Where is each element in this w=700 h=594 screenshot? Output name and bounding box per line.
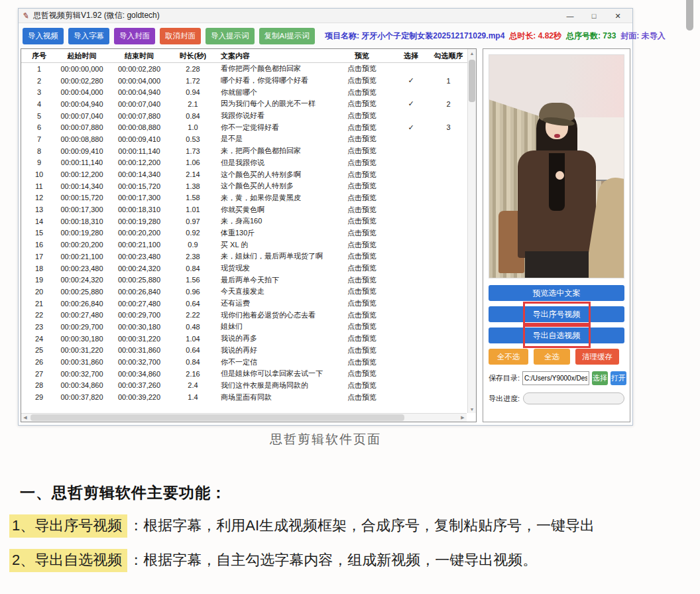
table-header-row: 序号起始时间结束时间时长(秒)文案内容预览选择勾选顺序 bbox=[21, 49, 476, 63]
table-row[interactable]: 1100:00:14,34000:00:15,7201.38这个颜色买的人特别多… bbox=[21, 180, 467, 192]
cancel-cover-button[interactable]: 取消封面 bbox=[160, 28, 201, 44]
table-row[interactable]: 100:00:00,00000:00:02,2802.28看你把两个颜色都拍回家… bbox=[21, 63, 467, 75]
maximize-button[interactable]: □ bbox=[582, 9, 606, 23]
cell-index: 24 bbox=[21, 335, 57, 343]
table-row[interactable]: 1700:00:21,10000:00:23,4802.38来，姐妹们，最后两单… bbox=[21, 251, 467, 263]
vertical-scroll-thumb[interactable] bbox=[469, 60, 475, 102]
table-row[interactable]: 900:00:11,14000:00:12,2001.06但是我跟你说点击预览 bbox=[21, 157, 467, 169]
preview-selected-text-button[interactable]: 预览选中文案 bbox=[489, 285, 624, 301]
table-row[interactable]: 1600:00:20,20000:00:21,1000.9买 XL 的点击预览 bbox=[21, 239, 467, 251]
preview-link[interactable]: 点击预览 bbox=[332, 263, 392, 273]
table-row[interactable]: 1300:00:17,30000:00:18,3101.01你就买黄色啊点击预览 bbox=[21, 204, 467, 215]
select-all-button[interactable]: 全选 bbox=[534, 349, 570, 365]
preview-link[interactable]: 点击预览 bbox=[332, 193, 392, 203]
table-row[interactable]: 1400:00:18,31000:00:19,2800.97来，身高160点击预… bbox=[21, 215, 467, 227]
table-row[interactable]: 2300:00:29,70000:00:30,1800.48姐妹们点击预览 bbox=[21, 321, 467, 333]
preview-link[interactable]: 点击预览 bbox=[332, 181, 392, 191]
table-row[interactable]: 200:00:02,28000:00:04,0001.72哪个好看，你觉得哪个好… bbox=[21, 75, 467, 87]
table-row[interactable]: 2900:00:37,82000:00:39,2201.4商场里面有同款点击预览 bbox=[21, 391, 467, 403]
cell-start-time: 00:00:09,410 bbox=[57, 147, 107, 155]
table-row[interactable]: 2800:00:34,86000:00:37,2602.4我们这件衣服是商场同款… bbox=[21, 380, 467, 392]
import-cover-button[interactable]: 导入封面 bbox=[114, 28, 155, 44]
preview-link[interactable]: 点击预览 bbox=[332, 310, 392, 320]
figure-caption: 思哲剪辑软件页面 bbox=[18, 431, 633, 448]
close-button[interactable]: ✕ bbox=[606, 9, 630, 23]
video-preview[interactable] bbox=[489, 54, 624, 278]
preview-link[interactable]: 点击预览 bbox=[332, 170, 392, 180]
preview-link[interactable]: 点击预览 bbox=[332, 381, 392, 390]
preview-link[interactable]: 点击预览 bbox=[332, 392, 392, 402]
preview-link[interactable]: 点击预览 bbox=[332, 123, 392, 133]
preview-link[interactable]: 点击预览 bbox=[332, 251, 392, 261]
table-row[interactable]: 2600:00:31,86000:00:32,7000.84你不一定信点击预览 bbox=[21, 356, 467, 368]
table-vertical-scrollbar[interactable]: ▲ ▼ bbox=[467, 49, 476, 413]
table-row[interactable]: 2700:00:32,70000:00:34,8602.16但是姐妹你可以拿回家… bbox=[21, 368, 467, 380]
preview-link[interactable]: 点击预览 bbox=[332, 99, 392, 109]
scroll-right-icon[interactable]: ▶ bbox=[459, 414, 467, 422]
scroll-up-icon[interactable]: ▲ bbox=[468, 49, 476, 57]
preview-link[interactable]: 点击预览 bbox=[332, 298, 392, 308]
cell-duration: 0.84 bbox=[172, 265, 214, 272]
open-directory-button[interactable]: 打开 bbox=[611, 371, 626, 385]
table-row[interactable]: 1800:00:23,48000:00:24,3200.84现货现发点击预览 bbox=[21, 263, 467, 274]
table-row[interactable]: 2100:00:26,84000:00:27,4800.64还有运费点击预览 bbox=[21, 298, 467, 310]
preview-link[interactable]: 点击预览 bbox=[332, 216, 392, 226]
table-row[interactable]: 1000:00:12,20000:00:14,3402.14这个颜色买的人特别多… bbox=[21, 168, 467, 180]
preview-link[interactable]: 点击预览 bbox=[332, 322, 392, 331]
preview-link[interactable]: 点击预览 bbox=[332, 111, 392, 121]
import-prompt-button[interactable]: 导入提示词 bbox=[205, 28, 255, 44]
cell-index: 23 bbox=[21, 323, 57, 331]
preview-link[interactable]: 点击预览 bbox=[332, 357, 392, 367]
table-row[interactable]: 400:00:04,94000:00:07,0402.1因为我们每个人的眼光不一… bbox=[21, 98, 467, 110]
table-row[interactable]: 300:00:04,00000:00:04,9400.94你就留哪个点击预览 bbox=[21, 86, 467, 98]
import-video-button[interactable]: 导入视频 bbox=[23, 28, 64, 44]
preview-link[interactable]: 点击预览 bbox=[332, 240, 392, 250]
preview-link[interactable]: 点击预览 bbox=[332, 146, 392, 156]
preview-person-pants bbox=[525, 251, 589, 278]
table-row[interactable]: 2200:00:27,48000:00:29,7002.22现你们抱着必退货的心… bbox=[21, 309, 467, 321]
unselect-all-button[interactable]: 全不选 bbox=[489, 349, 528, 365]
clear-cache-button[interactable]: 清理缓存 bbox=[575, 349, 619, 365]
preview-link[interactable]: 点击预览 bbox=[332, 369, 392, 379]
page-scrollbar[interactable] bbox=[686, 0, 693, 30]
import-subtitle-button[interactable]: 导入字幕 bbox=[68, 28, 109, 44]
table-row[interactable]: 1500:00:19,28000:00:20,2000.92体重130斤点击预览 bbox=[21, 227, 467, 239]
preview-link[interactable]: 点击预览 bbox=[332, 205, 392, 215]
preview-link[interactable]: 点击预览 bbox=[332, 275, 392, 285]
table-row[interactable]: 2400:00:30,18000:00:31,2201.04我说的再多点击预览 bbox=[21, 333, 467, 345]
minimize-button[interactable]: — bbox=[558, 9, 582, 23]
preview-link[interactable]: 点击预览 bbox=[332, 76, 392, 86]
save-directory-input[interactable] bbox=[522, 371, 589, 385]
preview-link[interactable]: 点击预览 bbox=[332, 134, 392, 144]
column-header-2: 起始时间 bbox=[57, 51, 107, 61]
table-row[interactable]: 1900:00:24,32000:00:25,8801.56最后两单今天拍下点击… bbox=[21, 274, 467, 286]
table-row[interactable]: 2500:00:31,22000:00:31,8600.64我说的再好点击预览 bbox=[21, 345, 467, 357]
preview-link[interactable]: 点击预览 bbox=[332, 158, 392, 168]
choose-directory-button[interactable]: 选择 bbox=[592, 371, 608, 385]
horizontal-scroll-thumb[interactable] bbox=[30, 414, 404, 421]
table-row[interactable]: 700:00:08,88000:00:09,4100.53是不是点击预览 bbox=[21, 133, 467, 145]
cell-duration: 2.28 bbox=[172, 65, 214, 73]
titlebar[interactable]: ✎ 思哲视频剪辑V1.92 (微信: goldtech) — □ ✕ bbox=[19, 9, 632, 23]
table-row[interactable]: 500:00:07,04000:00:07,8800.84我跟你说好看点击预览 bbox=[21, 110, 467, 122]
cell-end-time: 00:00:15,720 bbox=[107, 182, 172, 190]
export-selected-video-button[interactable]: 导出自选视频 bbox=[489, 327, 624, 343]
preview-link[interactable]: 点击预览 bbox=[332, 333, 392, 343]
cell-index: 28 bbox=[21, 381, 57, 389]
preview-link[interactable]: 点击预览 bbox=[332, 88, 392, 97]
export-sequence-video-button[interactable]: 导出序号视频 bbox=[489, 306, 624, 322]
scroll-left-icon[interactable]: ◀ bbox=[21, 414, 29, 422]
copy-ai-prompt-button[interactable]: 复制AI提示词 bbox=[259, 28, 315, 44]
preview-link[interactable]: 点击预览 bbox=[332, 345, 392, 355]
table-horizontal-scrollbar[interactable]: ◀ ▶ bbox=[21, 413, 467, 422]
table-row[interactable]: 1200:00:15,72000:00:17,3001.58来，黄，如果你是黄黑… bbox=[21, 192, 467, 204]
cell-end-time: 00:00:11,140 bbox=[107, 147, 172, 155]
table-row[interactable]: 800:00:09,41000:00:11,1401.73来，把两个颜色都拍回家… bbox=[21, 145, 467, 157]
table-row[interactable]: 2000:00:25,88000:00:26,8400.96今天直接发走点击预览 bbox=[21, 286, 467, 298]
table-row[interactable]: 600:00:07,88000:00:08,8801.0你不一定觉得好看点击预览… bbox=[21, 121, 467, 133]
preview-link[interactable]: 点击预览 bbox=[332, 228, 392, 238]
scroll-down-icon[interactable]: ▼ bbox=[468, 405, 476, 413]
cell-text: 最后两单今天拍下 bbox=[214, 275, 332, 285]
preview-link[interactable]: 点击预览 bbox=[332, 286, 392, 296]
preview-link[interactable]: 点击预览 bbox=[332, 64, 392, 74]
